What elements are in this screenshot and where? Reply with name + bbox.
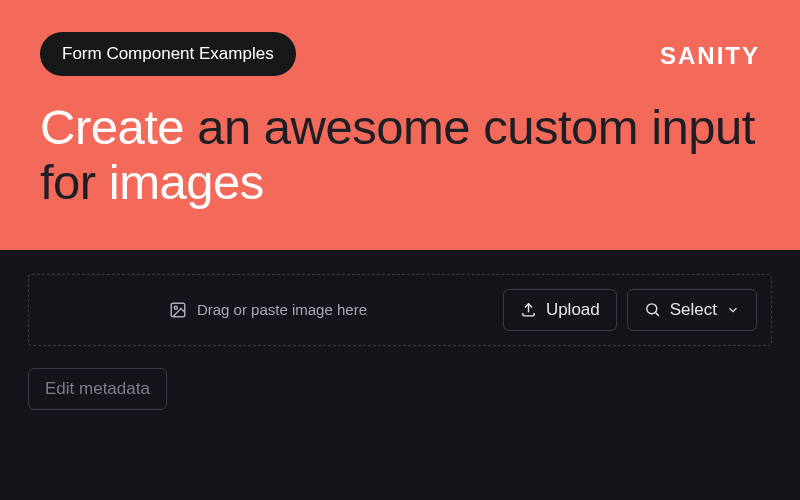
chevron-down-icon (726, 303, 740, 317)
hero-banner: Form Component Examples SANITY Create an… (0, 0, 800, 250)
category-pill: Form Component Examples (40, 32, 296, 76)
svg-line-4 (656, 313, 659, 316)
drop-hint-area: Drag or paste image here (43, 301, 493, 319)
edit-metadata-label: Edit metadata (45, 379, 150, 398)
svg-point-3 (647, 304, 657, 314)
upload-label: Upload (546, 300, 600, 320)
drop-hint-text: Drag or paste image here (197, 301, 367, 318)
image-dropzone[interactable]: Drag or paste image here Upload (28, 274, 772, 346)
headline-accent-1: Create (40, 100, 184, 154)
image-icon (169, 301, 187, 319)
page-title: Create an awesome custom input for image… (40, 100, 760, 210)
category-label: Form Component Examples (62, 44, 274, 63)
editor-panel: Drag or paste image here Upload (0, 250, 800, 500)
edit-metadata-button[interactable]: Edit metadata (28, 368, 167, 410)
headline-accent-2: images (109, 155, 264, 209)
upload-icon (520, 301, 537, 318)
search-icon (644, 301, 661, 318)
select-button[interactable]: Select (627, 289, 757, 331)
upload-button[interactable]: Upload (503, 289, 617, 331)
svg-point-1 (174, 306, 177, 309)
brand-text: SANITY (660, 42, 760, 69)
brand-logo: SANITY (660, 42, 760, 70)
select-label: Select (670, 300, 717, 320)
